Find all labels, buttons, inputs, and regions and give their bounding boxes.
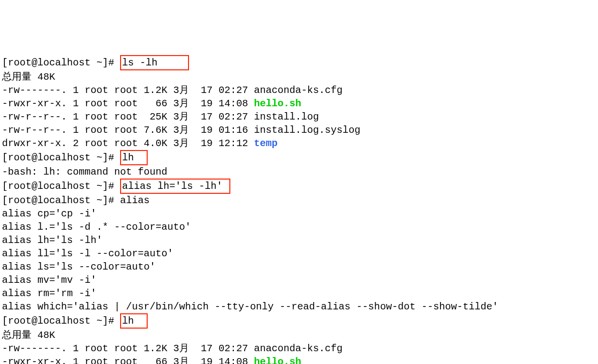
file-entry: -rwxr-xr-x. 1 root root 66 3月 19 14:08 h… — [2, 97, 596, 110]
total-line: 总用量 48K — [2, 329, 596, 342]
file-entry: -rw-------. 1 root root 1.2K 3月 17 02:27… — [2, 342, 596, 355]
alias-entry: alias which='alias | /usr/bin/which --tt… — [2, 300, 596, 313]
error-line: -bash: lh: command not found — [2, 165, 596, 179]
file-name: anaconda-ks.cfg — [254, 85, 343, 96]
alias-entry: alias cp='cp -i' — [2, 207, 596, 220]
highlighted-command: ls -lh — [120, 55, 189, 70]
highlighted-command: lh — [120, 313, 148, 329]
prompt-line: [root@localhost ~]# alias lh='ls -lh' — [2, 179, 596, 194]
prompt-line: [root@localhost ~]# ls -lh — [2, 55, 596, 70]
file-name: install.log.syslog — [254, 124, 360, 136]
file-entry: drwxr-xr-x. 2 root root 4.0K 3月 19 12:12… — [2, 137, 596, 150]
prompt-line: [root@localhost ~]# lh — [2, 150, 596, 165]
alias-entry: alias lh='ls -lh' — [2, 234, 596, 247]
alias-entry: alias l.='ls -d .* --color=auto' — [2, 220, 596, 234]
prompt-line: [root@localhost ~]# lh — [2, 313, 596, 329]
prompt-line: [root@localhost ~]# alias — [2, 194, 596, 207]
total-line: 总用量 48K — [2, 70, 596, 84]
highlighted-command: lh — [120, 150, 148, 165]
file-name: anaconda-ks.cfg — [254, 343, 343, 354]
file-entry: -rw-------. 1 root root 1.2K 3月 17 02:27… — [2, 84, 596, 97]
file-entry: -rw-r--r--. 1 root root 25K 3月 17 02:27 … — [2, 110, 596, 123]
file-name: hello.sh — [254, 98, 301, 109]
alias-entry: alias rm='rm -i' — [2, 287, 596, 300]
file-name: hello.sh — [254, 356, 301, 364]
file-entry: -rwxr-xr-x. 1 root root 66 3月 19 14:08 h… — [2, 355, 596, 364]
highlighted-command: alias lh='ls -lh' — [120, 179, 230, 194]
file-name: temp — [254, 138, 278, 149]
alias-entry: alias mv='mv -i' — [2, 273, 596, 287]
terminal-output: [root@localhost ~]# ls -lh 总用量 48K-rw---… — [2, 55, 596, 364]
alias-entry: alias ls='ls --color=auto' — [2, 260, 596, 273]
file-name: install.log — [254, 111, 319, 122]
file-entry: -rw-r--r--. 1 root root 7.6K 3月 19 01:16… — [2, 123, 596, 137]
alias-entry: alias ll='ls -l --color=auto' — [2, 247, 596, 260]
